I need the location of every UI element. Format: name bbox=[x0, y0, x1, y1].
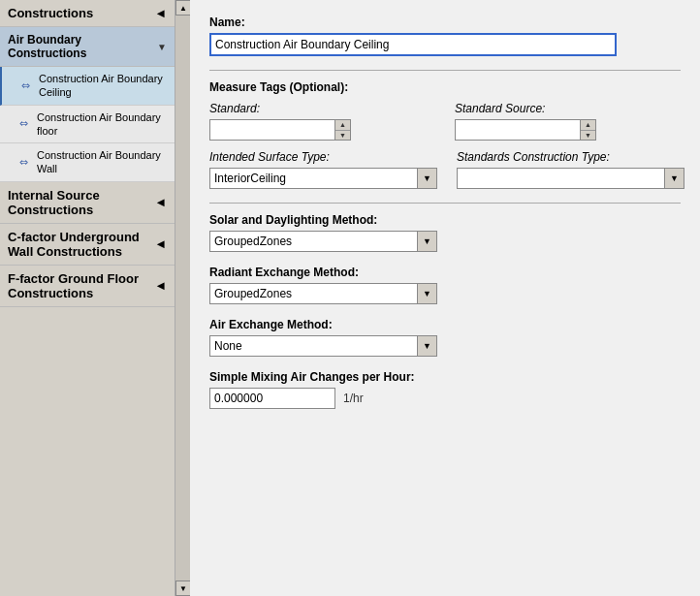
simple-mixing-input[interactable] bbox=[209, 388, 335, 409]
scroll-track bbox=[175, 16, 190, 580]
intended-surface-dropdown-btn[interactable]: ▼ bbox=[418, 168, 437, 189]
standards-construction-select[interactable] bbox=[457, 168, 665, 189]
measure-tags-label: Measure Tags (Optional): bbox=[209, 80, 681, 94]
standard-source-spinner-down[interactable]: ▼ bbox=[581, 131, 595, 141]
sidebar-item-cfactor-arrow: ◄ bbox=[154, 236, 167, 251]
sidebar-item-internal-source-arrow: ◄ bbox=[154, 195, 167, 209]
divider-1 bbox=[209, 70, 681, 71]
sidebar-subitem-floor[interactable]: ⇔ Construction Air Boundary floor bbox=[0, 106, 175, 144]
name-field-group: Name: bbox=[209, 16, 681, 56]
standard-source-spinner[interactable]: ▲ ▼ bbox=[581, 119, 596, 141]
simple-mixing-label: Simple Mixing Air Changes per Hour: bbox=[209, 370, 681, 384]
arrows-icon-ceiling: ⇔ bbox=[17, 78, 33, 93]
standard-input[interactable] bbox=[209, 119, 335, 141]
intended-surface-select[interactable]: InteriorCeiling ExteriorWall InteriorFlo… bbox=[209, 168, 418, 189]
sidebar-subitem-ceiling-label: Construction Air Boundary Ceiling bbox=[39, 72, 167, 100]
sidebar-item-internal-source[interactable]: Internal Source Constructions ◄ bbox=[0, 182, 175, 224]
sidebar-item-constructions[interactable]: Constructions ◄ bbox=[0, 0, 175, 27]
simple-mixing-row: 1/hr bbox=[209, 388, 681, 409]
sidebar-subitem-floor-label: Construction Air Boundary floor bbox=[37, 110, 167, 139]
standards-construction-label: Standards Construction Type: bbox=[457, 150, 684, 164]
sidebar-subitem-ceiling[interactable]: ⇔ Construction Air Boundary Ceiling bbox=[0, 67, 175, 106]
standards-construction-dropdown-btn[interactable]: ▼ bbox=[665, 168, 684, 189]
solar-daylight-dropdown-btn[interactable]: ▼ bbox=[418, 231, 437, 252]
sidebar-subitem-wall-label: Construction Air Boundary Wall bbox=[37, 148, 167, 176]
sidebar-scrollbar: ▲ ▼ bbox=[175, 0, 190, 596]
main-panel: Name: Measure Tags (Optional): Standard:… bbox=[190, 0, 700, 596]
standard-source-field: Standard Source: ▲ ▼ bbox=[455, 102, 681, 141]
sidebar-item-cfactor-label: C-factor Underground Wall Constructions bbox=[8, 230, 154, 259]
air-exchange-dropdown-wrapper: None ScheduledFluctuations GroupedZones … bbox=[209, 335, 681, 357]
sidebar-item-constructions-arrow: ◄ bbox=[154, 6, 167, 20]
standard-spinner-down[interactable]: ▼ bbox=[335, 131, 350, 141]
name-input[interactable] bbox=[209, 33, 617, 56]
sidebar-content: Constructions ◄ Air Boundary Constructio… bbox=[0, 0, 175, 596]
standards-construction-dropdown-wrapper: ▼ bbox=[457, 168, 684, 189]
standard-source-input-wrapper: ▲ ▼ bbox=[455, 119, 681, 141]
sidebar-item-ffactor[interactable]: F-factor Ground Floor Constructions ◄ bbox=[0, 266, 175, 307]
sidebar-subitem-wall[interactable]: ⇔ Construction Air Boundary Wall bbox=[0, 143, 175, 182]
standard-label: Standard: bbox=[209, 102, 435, 115]
scroll-down-button[interactable]: ▼ bbox=[175, 580, 191, 596]
surface-type-row: Intended Surface Type: InteriorCeiling E… bbox=[209, 150, 681, 189]
air-exchange-label: Air Exchange Method: bbox=[209, 318, 681, 331]
sidebar-item-air-boundary-label: Air Boundary Constructions bbox=[8, 33, 157, 60]
solar-daylight-select[interactable]: GroupedZones ScheduledFluctuations None bbox=[209, 231, 418, 252]
sidebar-item-cfactor[interactable]: C-factor Underground Wall Constructions … bbox=[0, 224, 175, 266]
arrows-icon-floor: ⇔ bbox=[16, 116, 31, 132]
standard-spinner-up[interactable]: ▲ bbox=[335, 120, 350, 131]
standard-row: Standard: ▲ ▼ Standard Source: ▲ ▼ bbox=[209, 102, 681, 141]
intended-surface-dropdown-wrapper: InteriorCeiling ExteriorWall InteriorFlo… bbox=[209, 168, 437, 189]
air-exchange-dropdown-btn[interactable]: ▼ bbox=[418, 335, 437, 357]
radiant-exchange-group: Radiant Exchange Method: GroupedZones Sc… bbox=[209, 266, 681, 304]
solar-daylight-dropdown-wrapper: GroupedZones ScheduledFluctuations None … bbox=[209, 231, 681, 252]
simple-mixing-group: Simple Mixing Air Changes per Hour: 1/hr bbox=[209, 370, 681, 409]
sidebar-item-air-boundary[interactable]: Air Boundary Constructions ▼ bbox=[0, 27, 175, 67]
name-label: Name: bbox=[209, 16, 681, 29]
standards-construction-field: Standards Construction Type: ▼ bbox=[457, 150, 684, 189]
sidebar-item-constructions-label: Constructions bbox=[8, 6, 93, 20]
arrows-icon-wall: ⇔ bbox=[16, 154, 31, 170]
air-exchange-group: Air Exchange Method: None ScheduledFluct… bbox=[209, 318, 681, 357]
radiant-exchange-select[interactable]: GroupedZones ScheduledFluctuations None bbox=[209, 283, 418, 304]
solar-daylight-label: Solar and Daylighting Method: bbox=[209, 213, 681, 227]
measure-tags-group: Measure Tags (Optional): Standard: ▲ ▼ S… bbox=[209, 80, 681, 189]
standard-source-spinner-up[interactable]: ▲ bbox=[581, 120, 595, 131]
radiant-exchange-dropdown-wrapper: GroupedZones ScheduledFluctuations None … bbox=[209, 283, 681, 304]
sidebar: Constructions ◄ Air Boundary Constructio… bbox=[0, 0, 190, 596]
radiant-exchange-label: Radiant Exchange Method: bbox=[209, 266, 681, 279]
scroll-up-button[interactable]: ▲ bbox=[175, 0, 191, 16]
standard-spinner[interactable]: ▲ ▼ bbox=[335, 119, 351, 141]
intended-surface-field: Intended Surface Type: InteriorCeiling E… bbox=[209, 150, 437, 189]
solar-daylight-group: Solar and Daylighting Method: GroupedZon… bbox=[209, 213, 681, 252]
standard-field: Standard: ▲ ▼ bbox=[209, 102, 435, 141]
intended-surface-label: Intended Surface Type: bbox=[209, 150, 437, 164]
air-exchange-select[interactable]: None ScheduledFluctuations GroupedZones bbox=[209, 335, 418, 357]
divider-2 bbox=[209, 203, 681, 204]
standard-source-input[interactable] bbox=[455, 119, 581, 141]
simple-mixing-unit: 1/hr bbox=[343, 392, 364, 405]
radiant-exchange-dropdown-btn[interactable]: ▼ bbox=[418, 283, 437, 304]
sidebar-item-internal-source-label: Internal Source Constructions bbox=[8, 188, 154, 217]
standard-source-label: Standard Source: bbox=[455, 102, 681, 115]
sidebar-item-ffactor-arrow: ◄ bbox=[154, 278, 167, 293]
sidebar-item-air-boundary-arrow: ▼ bbox=[157, 42, 167, 52]
sidebar-item-ffactor-label: F-factor Ground Floor Constructions bbox=[8, 271, 154, 300]
standard-input-wrapper: ▲ ▼ bbox=[209, 119, 435, 141]
